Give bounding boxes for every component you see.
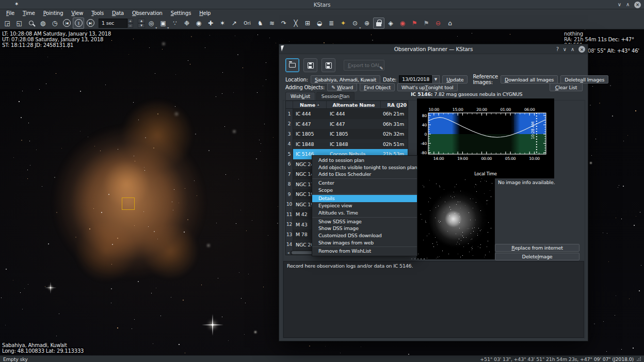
toggle-milky-way-icon[interactable]: ↷ (278, 18, 289, 29)
telescope-crosshair-icon[interactable]: ⊕ (361, 18, 373, 29)
lock-position-icon[interactable] (373, 18, 384, 29)
table-row[interactable]: 4IC 1848IC 184802h 51m (286, 139, 408, 150)
help-icon[interactable]: ? (556, 47, 559, 52)
menu-item-customized-dss-download[interactable]: Customized DSS download (312, 232, 417, 239)
open-list-button[interactable] (285, 58, 299, 72)
svg-text:-40: -40 (421, 141, 427, 146)
step-forward-icon[interactable]: ▶| (85, 18, 96, 29)
timestep-stepper[interactable]: ▲▼ (138, 19, 145, 28)
flags-list-icon[interactable]: ≣ (326, 18, 337, 29)
menu-item-add-objects-visible-tonight-to-session-plan[interactable]: Add objects visible tonight to session p… (312, 164, 417, 171)
toggle-horizontal-grid-icon[interactable]: ⊞ (302, 18, 313, 29)
status-coordinates: +51° 03' 13", +43° 43' 51" 21h 54m 23s, … (480, 356, 634, 362)
toggle-deep-sky-icon[interactable]: ❉ (181, 18, 192, 29)
save-list-button[interactable] (303, 58, 317, 72)
menu-item-details[interactable]: Details (312, 195, 417, 202)
menu-time[interactable]: Time (19, 9, 39, 17)
save-list-as-button[interactable]: ✎ (321, 58, 335, 72)
toggle-stars-icon[interactable]: ∵ (169, 18, 181, 29)
select-region-icon[interactable]: ◲ (2, 18, 13, 29)
date-picker[interactable]: 13/01/2018 ▼ (399, 75, 440, 84)
toggle-solar-system-icon[interactable]: ◉ (193, 18, 204, 29)
bright-star (50, 287, 51, 288)
observation-notes-input[interactable]: Record here observation logs and/or data… (283, 261, 584, 338)
table-header[interactable]: Name▴ Alternate Name RA (J20 (286, 101, 408, 109)
table-row[interactable]: 2IC 447IC 44706h 31m (286, 119, 408, 129)
scroll-left-icon[interactable]: ◀ (286, 251, 291, 255)
pause-icon[interactable]: || (73, 18, 84, 29)
snap-icon[interactable]: ◈ (385, 18, 396, 29)
toggle-opaque-ground-icon[interactable]: ◒ (314, 18, 325, 29)
menu-separator (312, 246, 417, 247)
step-back-icon[interactable]: |◀ (61, 18, 72, 29)
dialog-titlebar: Observation Planner — KStars ? ∨ ∧ × (279, 44, 588, 54)
menu-item-remove-from-wishlist[interactable]: Remove from WishList (312, 248, 417, 255)
find-object-icon[interactable] (25, 18, 37, 29)
pointing-icon[interactable]: ◎▾ (146, 18, 157, 29)
menu-item-show-dss-image[interactable]: Show DSS image (312, 225, 417, 232)
menu-file[interactable]: File (2, 9, 19, 17)
disable-updates-icon[interactable]: ⊖ (432, 18, 444, 29)
shade-icon[interactable]: ∨ (563, 47, 567, 52)
view-image-icon[interactable]: ▣▾ (157, 18, 169, 29)
gray-flag-icon[interactable]: ⚑ (421, 18, 432, 29)
unshade-icon[interactable]: ∧ (626, 2, 630, 7)
delete-all-images-button[interactable]: Delete all Images (560, 75, 608, 84)
download-all-images-button[interactable]: Download all Images (501, 75, 558, 84)
delete-image-button[interactable]: Delete Image (495, 253, 579, 260)
geolocate-icon[interactable]: ◍ (37, 18, 49, 29)
menu-item-add-to-session-plan[interactable]: Add to session plan (312, 157, 417, 164)
menu-item-altitude-vs-time[interactable]: Altitude vs. Time (312, 209, 417, 217)
dome-icon[interactable]: ⌂ (444, 18, 456, 29)
fov-icon[interactable]: ⊙▾ (349, 18, 361, 29)
menu-item-add-to-ekos-scheduler[interactable]: Add to Ekos Scheduler (312, 171, 417, 178)
toggle-equatorial-grid-icon[interactable]: ╳ (290, 18, 301, 29)
toggle-constellation-bounds-icon[interactable]: ≋ (266, 18, 278, 29)
tab-wish-list[interactable]: Wish List (285, 92, 315, 101)
menu-observation[interactable]: Observation (128, 9, 167, 17)
menu-view[interactable]: View (67, 9, 87, 17)
table-row[interactable]: 3IC 1805IC 180502h 32m (286, 129, 408, 139)
toggle-supernovae-icon[interactable]: ✚ (205, 18, 216, 29)
table-row[interactable]: 1IC 444IC 44406h 21m (286, 109, 408, 119)
unshade-icon[interactable]: ∧ (571, 47, 574, 52)
timestep-spinbox[interactable]: 1 sec+− (99, 19, 133, 28)
menu-item-show-images-from-web[interactable]: Show images from web (312, 239, 417, 246)
find-object-button[interactable]: Find Object (360, 83, 395, 91)
menu-item-show-sdss-image[interactable]: Show SDSS image (312, 218, 417, 225)
replace-from-internet-button[interactable]: Replace from internet (495, 244, 579, 252)
toggle-constellation-lines-icon[interactable]: ↗ (229, 18, 240, 29)
menu-item-eyepiece-view[interactable]: Eyepiece view (312, 202, 417, 209)
shade-icon[interactable]: ∨ (618, 2, 621, 7)
menu-item-center[interactable]: Center (312, 179, 417, 187)
menu-settings[interactable]: Settings (167, 9, 195, 17)
resize-grip-icon[interactable] (637, 357, 641, 361)
timestep-plus-icon[interactable]: + (127, 19, 133, 23)
splitter-handle[interactable] (411, 258, 426, 260)
ekos-record-icon[interactable]: ◉ (397, 18, 408, 29)
set-time-icon[interactable]: ◷ (49, 18, 60, 29)
observation-list-icon[interactable]: ✦ (337, 18, 349, 29)
step-down-icon[interactable]: ▼ (138, 23, 145, 28)
zoom-to-fit-icon[interactable]: ◱ (13, 18, 25, 29)
location-name: Sabahiya, Ahmadi, Kuwait (2, 342, 84, 348)
timestep-minus-icon[interactable]: − (127, 23, 133, 28)
location-button[interactable]: Sabahiya, Ahmadi, Kuwait (311, 75, 380, 84)
wizard-button[interactable]: ✎ Wizard (327, 83, 357, 91)
toggle-constellation-names-icon[interactable]: Ori (240, 18, 254, 29)
clear-list-button[interactable]: Clear List (550, 83, 583, 91)
menu-data[interactable]: Data (108, 9, 128, 17)
menu-tools[interactable]: Tools (87, 9, 108, 17)
toggle-satellites-icon[interactable]: ✶ (217, 18, 228, 29)
close-icon[interactable]: × (578, 46, 585, 53)
toggle-constellation-art-icon[interactable]: ♞ (254, 18, 266, 29)
red-flag-icon[interactable]: ⚑ (409, 18, 420, 29)
tab-session-plan[interactable]: Session Plan (316, 92, 355, 101)
close-icon[interactable]: × (634, 2, 641, 8)
whats-up-tonight-button[interactable]: What's up Tonight tool (397, 83, 457, 91)
step-up-icon[interactable]: ▲ (138, 19, 145, 23)
menu-item-scope[interactable]: Scope (312, 187, 417, 194)
menu-help[interactable]: Help (195, 9, 215, 17)
menu-pointing[interactable]: Pointing (39, 9, 68, 17)
update-button[interactable]: Update (442, 75, 468, 84)
